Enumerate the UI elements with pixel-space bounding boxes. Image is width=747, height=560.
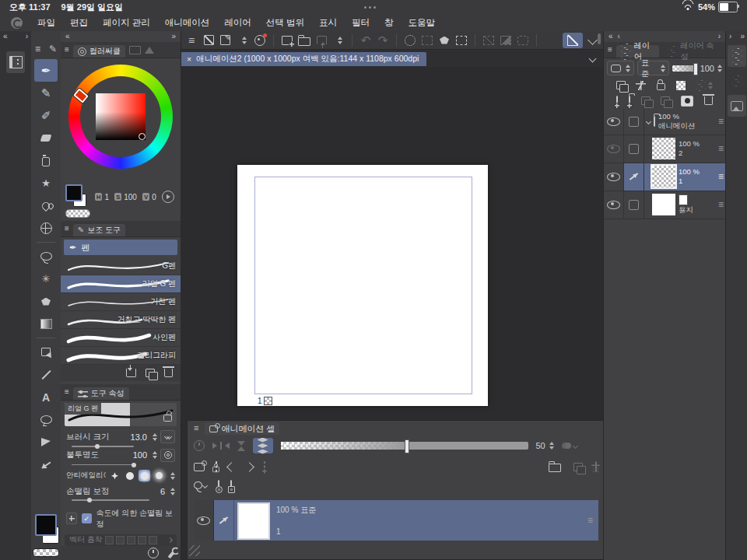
blend-mode-dropdown[interactable]: 표준 <box>637 61 669 75</box>
layer-visibility-toggle[interactable] <box>604 135 624 163</box>
layer-check-cell[interactable] <box>624 135 644 163</box>
menu-animation[interactable]: 애니메이션 <box>165 17 210 29</box>
tool-frame-border[interactable] <box>34 431 58 453</box>
tool-correct-line[interactable] <box>34 453 58 476</box>
clip-to-layer-below-icon[interactable] <box>616 81 626 89</box>
layer-panel-left-icon[interactable]: ‹ <box>618 33 620 40</box>
tool-text[interactable]: A <box>34 386 58 408</box>
panel-collapse-icon[interactable]: « <box>65 33 70 40</box>
tool-decoration[interactable]: ★ <box>34 172 58 194</box>
menu-selection[interactable]: 선택 범위 <box>266 17 304 29</box>
antialias-stepper[interactable] <box>170 472 175 480</box>
expand-plus-button[interactable] <box>66 513 77 524</box>
tab-layer[interactable]: 레이어 <box>616 45 659 58</box>
toolprop-menu-icon[interactable]: ≡ <box>65 388 69 396</box>
light-table-opacity-slider[interactable] <box>281 442 528 450</box>
opacity-slider-handle[interactable] <box>405 439 409 453</box>
tab-tool-property[interactable]: 도구 속성 <box>73 387 129 400</box>
layer-drag-handle[interactable]: ≡ <box>718 143 723 154</box>
canvas-area[interactable]: 1 <box>181 67 603 420</box>
tab-sub-tool[interactable]: ✎ 보조 도구 <box>73 224 125 236</box>
delete-subtool-icon[interactable] <box>164 369 173 377</box>
layer-property-dock-icon[interactable] <box>728 70 746 92</box>
cel-drag-handle[interactable]: ≡ <box>587 515 592 526</box>
tab-list-chevron[interactable] <box>589 54 597 62</box>
anim-panel-menu-icon[interactable]: ≡ <box>194 424 198 432</box>
layer-panel-collapse-icon[interactable]: « <box>608 33 613 40</box>
reference-layer-icon[interactable] <box>636 81 646 90</box>
thumbnail-size-button[interactable] <box>607 61 634 75</box>
tool-airbrush[interactable] <box>34 149 58 172</box>
layer-drag-handle[interactable]: ≡ <box>718 199 723 210</box>
tool-blend[interactable] <box>34 194 58 217</box>
stabilize-value[interactable]: 6 <box>160 487 165 496</box>
tab-layer-property[interactable]: 레이어 속성 <box>663 45 721 58</box>
collapse-left-icon[interactable]: « <box>3 33 8 40</box>
command-bar-menu-icon[interactable]: ≡ <box>184 33 199 47</box>
subtool-item-sign-pen[interactable]: 사인펜 <box>61 329 181 347</box>
cel-page-icon[interactable] <box>218 481 219 490</box>
layer-row-animation-folder[interactable]: 100 % 애니메이션 ≡ <box>604 109 725 135</box>
color-slider-toggle-button[interactable] <box>162 191 174 203</box>
file-stepper[interactable] <box>331 33 346 47</box>
cel-view-icon[interactable] <box>194 463 205 471</box>
multitask-dots-icon[interactable] <box>364 6 376 9</box>
cel-visibility-cell[interactable] <box>194 500 214 541</box>
layer-visibility-toggle[interactable] <box>604 191 624 219</box>
folder-collapse-chevron[interactable] <box>646 118 651 124</box>
layer-drag-handle[interactable]: ≡ <box>718 116 723 127</box>
light-table-opacity-stepper[interactable] <box>549 442 554 450</box>
stabilize-slider[interactable] <box>72 499 149 501</box>
open-file-button[interactable] <box>296 33 312 47</box>
vector-snap-row[interactable]: 벡터 흡착 <box>65 534 177 546</box>
antialias-none-button[interactable] <box>109 470 121 481</box>
navigator-dock-icon[interactable] <box>728 95 746 117</box>
menu-view[interactable]: 표시 <box>319 17 337 29</box>
close-tab-icon[interactable]: × <box>187 54 191 64</box>
layer-opacity-slider[interactable] <box>672 65 696 72</box>
cel-list-row[interactable]: 100 % 표준 1 ≡ <box>194 500 598 541</box>
cel-thumbnail[interactable] <box>237 502 270 540</box>
tool-balloon[interactable] <box>34 408 58 431</box>
subtool-menu-icon[interactable]: ≡ <box>65 225 69 233</box>
copy-subtool-icon[interactable] <box>146 369 155 377</box>
subtool-group-pen[interactable]: ✒ 펜 <box>64 240 177 255</box>
layer-visibility-toggle[interactable] <box>604 109 624 135</box>
tool-lasso[interactable] <box>34 245 58 268</box>
antialias-strong-button[interactable] <box>153 470 165 481</box>
transform-button[interactable] <box>454 33 469 47</box>
document-tab[interactable]: × 애니메이션2 (1000 x 1000px 여백 있음:1144 x 110… <box>181 52 426 66</box>
menu-layer[interactable]: 레이어 <box>224 17 251 29</box>
menu-window[interactable]: 창 <box>384 17 394 29</box>
transparent-mini-swatch[interactable] <box>65 209 90 218</box>
tab-approx-color-icon[interactable] <box>145 47 154 54</box>
opacity-stepper[interactable] <box>153 451 157 459</box>
fg-color-mini-swatch[interactable] <box>65 184 82 201</box>
layer-check-cell[interactable] <box>624 191 644 219</box>
tab-color-set-icon[interactable] <box>129 46 141 54</box>
cel-stack-icon[interactable] <box>230 481 232 490</box>
onion-skin-button[interactable] <box>253 438 273 453</box>
subtool-item-gpen[interactable]: G펜 <box>61 257 181 275</box>
sv-cursor[interactable] <box>139 133 146 140</box>
selection-launcher-icon[interactable] <box>402 33 418 47</box>
layer-panel-dock-icon[interactable] <box>728 45 746 67</box>
tool-settings-wrench-icon[interactable] <box>168 551 175 558</box>
layer-check-cell[interactable] <box>624 109 644 135</box>
menu-page-manage[interactable]: 페이지 관리 <box>103 17 150 29</box>
tool-pen[interactable]: ✒ <box>34 59 58 82</box>
menu-edit[interactable]: 편집 <box>70 17 88 29</box>
canvas-size-button[interactable] <box>201 33 216 47</box>
new-layer-button[interactable] <box>616 96 618 106</box>
layer-visibility-toggle[interactable] <box>604 163 624 191</box>
antialias-weak-button[interactable] <box>124 470 135 481</box>
layer-row-2[interactable]: 100 % 2 ≡ <box>604 135 725 163</box>
opacity-value[interactable]: 100 <box>133 450 147 460</box>
tool-brush[interactable]: ✐ <box>34 104 58 127</box>
tool-magic-wand[interactable]: ✳ <box>34 268 58 290</box>
tab-color-circle[interactable]: 컬러써클 <box>73 45 125 58</box>
lock-layer-icon[interactable] <box>657 83 665 90</box>
tool-figure-grid[interactable] <box>34 217 58 240</box>
expand-right-icon[interactable]: › <box>729 33 731 40</box>
tool-fill[interactable] <box>34 290 58 313</box>
